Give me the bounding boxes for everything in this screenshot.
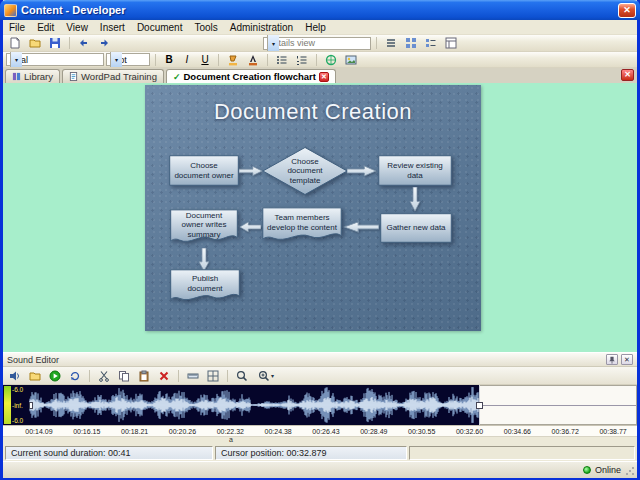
node-review-existing[interactable]: Review existing data [378, 155, 452, 186]
node-choose-template[interactable]: Choose document template [262, 147, 348, 195]
font-size-select[interactable]: 11pt ▾ [106, 53, 150, 66]
time-label: 00:14.09 [15, 428, 63, 435]
tab-document-creation-flowchart[interactable]: ✓ Document Creation flowchart ✕ [166, 69, 336, 83]
large-icons-view-button[interactable] [402, 36, 420, 51]
report-view-button[interactable] [442, 36, 460, 51]
online-status-icon [583, 466, 591, 474]
tab-close-button[interactable]: ✕ [319, 72, 329, 82]
menu-edit[interactable]: Edit [31, 20, 60, 35]
menu-administration[interactable]: Administration [224, 20, 299, 35]
highlight-icon [227, 54, 239, 66]
pin-panel-button[interactable] [606, 354, 618, 365]
play-button[interactable] [46, 368, 64, 383]
highlight-button[interactable] [224, 52, 242, 67]
duration-status: Current sound duration: 00:41 [5, 446, 213, 460]
resize-grip[interactable] [625, 466, 635, 476]
menu-document[interactable]: Document [131, 20, 189, 35]
hyperlink-button[interactable] [322, 52, 340, 67]
view-mode-select[interactable]: Details view ▾ [263, 37, 371, 50]
status-filler [409, 446, 635, 460]
tab-wordpad-training[interactable]: WordPad Training [62, 69, 164, 83]
open-button[interactable] [26, 36, 44, 51]
redo-button[interactable] [95, 36, 113, 51]
flowchart-slide[interactable]: Document Creation Choose document owner … [145, 85, 481, 331]
menu-view[interactable]: View [60, 20, 94, 35]
italic-button[interactable]: I [179, 52, 195, 67]
numbered-list-button[interactable] [293, 52, 311, 67]
close-document-button[interactable]: ✕ [621, 69, 634, 81]
bullet-list-button[interactable] [273, 52, 291, 67]
chevron-down-icon[interactable]: ▾ [267, 35, 279, 51]
zoom-button[interactable] [233, 368, 251, 383]
node-choose-owner[interactable]: Choose document owner [169, 155, 239, 186]
title-bar[interactable]: Content - Developer ✕ [0, 0, 640, 20]
node-label: Document owner writes summary [170, 209, 238, 247]
new-document-button[interactable] [6, 36, 24, 51]
font-color-button[interactable] [244, 52, 262, 67]
menu-help[interactable]: Help [299, 20, 332, 35]
flow-arrow-left [239, 221, 261, 233]
check-icon: ✓ [173, 72, 181, 82]
save-button[interactable] [46, 36, 64, 51]
loop-button[interactable] [66, 368, 84, 383]
insert-image-button[interactable] [342, 52, 360, 67]
bold-button[interactable]: B [161, 52, 177, 67]
cursor-handle[interactable] [476, 402, 483, 409]
zoom-select-button[interactable]: ▾ [253, 368, 279, 383]
app-window: Content - Developer ✕ File Edit View Ins… [0, 0, 640, 480]
editor-canvas[interactable]: Document Creation Choose document owner … [3, 83, 637, 352]
toolbar-separator [218, 54, 219, 66]
online-status-label: Online [595, 465, 621, 475]
chevron-down-icon[interactable]: ▾ [110, 52, 122, 67]
time-label: 00:30.55 [398, 428, 446, 435]
ruler-button[interactable] [184, 368, 202, 383]
cue-marker[interactable]: a [229, 436, 233, 443]
waveform-area[interactable]: -6.0 -inf. -6.0 [3, 385, 637, 425]
meter-label-top: -6.0 [12, 386, 23, 393]
menu-file[interactable]: File [3, 20, 31, 35]
undo-button[interactable] [75, 36, 93, 51]
node-label: Gather new data [380, 213, 452, 243]
chevron-down-icon[interactable]: ▾ [10, 52, 22, 67]
zoom-icon [236, 370, 248, 382]
font-family-select[interactable]: Arial ▾ [6, 53, 104, 66]
paste-icon [138, 370, 150, 382]
open-folder-icon [29, 37, 41, 49]
paste-button[interactable] [135, 368, 153, 383]
time-label: 00:28.49 [350, 428, 398, 435]
tab-label: Library [24, 71, 53, 82]
window-close-button[interactable]: ✕ [618, 3, 636, 18]
hyperlink-icon [325, 54, 337, 66]
timeline-ruler[interactable]: 00:14.09 00:16.15 00:18.21 00:20.26 00:2… [3, 425, 637, 437]
sound-editor-header[interactable]: Sound Editor ✕ [3, 353, 637, 367]
ruler-icon [187, 370, 199, 382]
open-sound-button[interactable] [26, 368, 44, 383]
grid-button[interactable] [204, 368, 222, 383]
node-label: Publish document [170, 269, 240, 305]
node-publish[interactable]: Publish document [170, 269, 240, 305]
underline-button[interactable]: U [197, 52, 213, 67]
main-toolbar: Details view ▾ [3, 35, 637, 52]
selection-start-handle[interactable] [29, 402, 33, 409]
node-owner-summary[interactable]: Document owner writes summary [170, 209, 238, 247]
node-label: Team members develop the content [262, 207, 342, 245]
small-icons-view-button[interactable] [422, 36, 440, 51]
close-panel-button[interactable]: ✕ [621, 354, 633, 365]
list-view-button[interactable] [382, 36, 400, 51]
copy-button[interactable] [115, 368, 133, 383]
menu-insert[interactable]: Insert [94, 20, 131, 35]
node-gather-new[interactable]: Gather new data [380, 213, 452, 243]
zoom-select-icon [258, 370, 270, 382]
node-team-develop[interactable]: Team members develop the content [262, 207, 342, 245]
large-icons-view-icon [405, 37, 417, 49]
delete-button[interactable] [155, 368, 173, 383]
toolbar-separator [376, 37, 377, 49]
toolbar-separator [316, 54, 317, 66]
tab-library[interactable]: Library [5, 69, 60, 83]
sound-file-button[interactable] [6, 368, 24, 383]
level-meter-labels: -6.0 -inf. -6.0 [12, 385, 23, 425]
waveform-display[interactable] [29, 385, 479, 425]
cut-button[interactable] [95, 368, 113, 383]
waveform-empty-region[interactable] [479, 385, 637, 425]
menu-tools[interactable]: Tools [188, 20, 223, 35]
